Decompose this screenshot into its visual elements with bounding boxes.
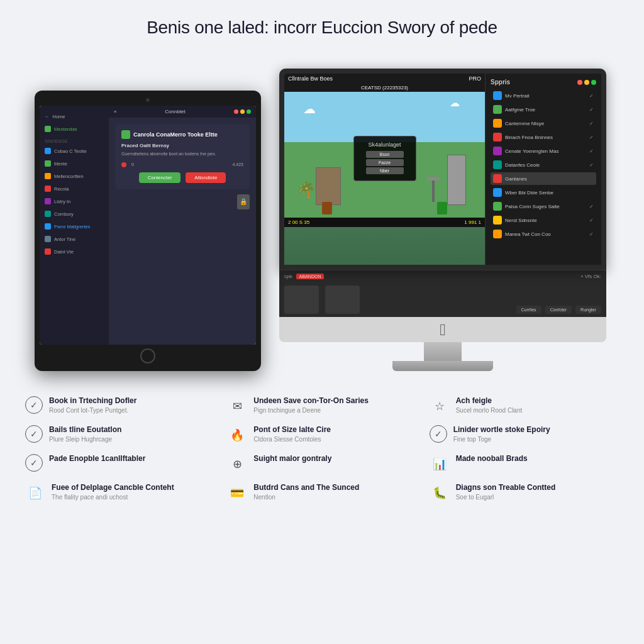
ipad-close-btn[interactable]: [234, 109, 238, 114]
feature-item: ✓Pade Enopble 1canllftabler: [25, 454, 214, 474]
tab-confcter[interactable]: Confcter: [545, 306, 572, 314]
imac-action-badge: ABANDON: [296, 274, 325, 279]
feature-title: Ach feigle: [456, 396, 619, 405]
feature-item: 🔥Pont of Size lalte CireCldora Slesse Co…: [227, 425, 416, 445]
imac-sidebar-items: Mv Pertrait✓Aatfgme Troe✓Canternme Ntsye…: [491, 89, 596, 240]
ipad-nav-item[interactable]: Mellencorttien: [40, 170, 109, 182]
ipad-confirm-button[interactable]: Attondlote: [186, 172, 226, 183]
imac-sidebar-item[interactable]: Gantanes: [491, 172, 596, 185]
ipad-cancel-button[interactable]: Conlencter: [139, 172, 181, 183]
game-dialog-title: Sk4alunlaget: [362, 142, 408, 148]
feature-desc: Pign tnchingue a Deene: [253, 406, 416, 414]
feature-title: Pade Enopble 1canllftabler: [49, 454, 214, 463]
ipad-nav-item-icon: [45, 186, 51, 192]
imac-sidebar-item[interactable]: Binach Fnoa Bninnes✓: [491, 131, 596, 143]
ipad-nav-item[interactable]: Antor Tine: [40, 233, 109, 245]
nav-mentenible-icon: [45, 126, 51, 132]
feature-check-icon: ✓: [430, 425, 447, 443]
imac-sidebar-item[interactable]: Manea Twt Con Coo✓: [491, 228, 596, 240]
game-hud-left: 2 00 S 35: [288, 219, 309, 225]
feature-item: ⊕Suight malor gontraly: [227, 454, 416, 474]
ipad-camera: [146, 98, 150, 102]
devices-section: Cllntrale Bw Boes PRO CEATSD (22235323) …: [0, 50, 644, 384]
game-building-1: [316, 167, 341, 205]
game-character-2: [437, 202, 447, 214]
feature-icon: ☆: [430, 396, 450, 416]
sidebar-item-label: Mv Pertrait: [505, 93, 586, 99]
imac-sidebar-item[interactable]: Canternme Ntsye✓: [491, 117, 596, 130]
game-score: CEATSD (22235323): [284, 84, 485, 92]
ipad-modal-body: Guerrafartens abomvite boot an tostens t…: [121, 151, 243, 157]
feature-desc: Nentlon: [253, 493, 416, 501]
tab-currlles[interactable]: Currlles: [516, 306, 541, 314]
ipad-nav-back[interactable]: ← Home: [40, 111, 109, 123]
imac-screen: Cllntrale Bw Boes PRO CEATSD (22235323) …: [279, 69, 606, 270]
imac-sidebar-item[interactable]: Palsa Conn Suges Salte✓: [491, 200, 596, 213]
game-hud: 2 00 S 35 1 991 1: [284, 218, 485, 227]
imac-stand-base: [392, 361, 493, 371]
imac-thumbnail-1: [284, 286, 319, 314]
sidebar-item-check-icon: ✓: [589, 218, 594, 223]
imac-sidebar-item[interactable]: Nerst Sdnsnte✓: [491, 214, 596, 226]
game-dialog-btn2[interactable]: Fazze: [366, 159, 404, 166]
feature-title: Undeen Save con-Tor-On Saries: [253, 396, 416, 405]
sidebar-item-icon: [493, 160, 502, 169]
ipad-nav-item-label: Cornbury: [54, 211, 74, 217]
feature-text-group: Fuee of Delplage Cancble ContehtThe flal…: [52, 483, 214, 501]
maximize-btn[interactable]: [591, 80, 596, 85]
imac-sidebar-item[interactable]: Aatfgme Troe✓: [491, 103, 596, 116]
tab-rungter[interactable]: Rungter: [575, 306, 601, 314]
feature-text-group: Book in Trteching DoflerRood Cont lot-Ty…: [49, 396, 214, 414]
ipad-content-area: Canrola ConaMerro Tooke Eltte Praced Oal…: [109, 118, 256, 345]
ipad-device: ← Home Mentenible Sindenge Cobao C Teolt…: [35, 91, 261, 371]
game-content: ☁ ☁ 🌴 Sk4alunlaget: [284, 92, 485, 218]
feature-item: ✓Linider wortle stoke EpoiryFine top Tog…: [430, 425, 619, 445]
feature-text-group: Linider wortle stoke EpoiryFine top Toge: [453, 425, 619, 443]
feature-item: ☆Ach feigleSucel morlo Rood Clant: [430, 396, 619, 416]
feature-title: Bails tline Eoutatlon: [49, 425, 214, 434]
ipad-nav-item[interactable]: Recola: [40, 182, 109, 195]
imac-sidebar-item[interactable]: Cenate Yoenmgten Mas✓: [491, 145, 596, 157]
ipad-topbar: ≡ Connbtet: [109, 106, 256, 118]
feature-title: Made nooball Brads: [456, 454, 619, 463]
imac-device: Cllntrale Bw Boes PRO CEATSD (22235323) …: [279, 69, 606, 371]
imac-sidebar-item[interactable]: Datanfes Ceole✓: [491, 158, 596, 171]
imac-sidebar-item[interactable]: Wber Bbi Dble Senbe: [491, 186, 596, 199]
feature-item: 🐛Diagns son Treable ConttedSoe to Eugarl: [430, 483, 619, 503]
imac-sidebar-item[interactable]: Mv Pertrait✓: [491, 89, 596, 102]
ipad-nav-item[interactable]: Dalnt Vte: [40, 245, 109, 258]
feature-text-group: Undeen Save con-Tor-On SariesPign tnchin…: [253, 396, 416, 414]
ipad-nav-item-label: Listry In: [54, 199, 70, 204]
ipad-home-button[interactable]: [140, 348, 155, 364]
ipad-minimize-btn[interactable]: [240, 109, 245, 114]
sidebar-item-check-icon: ✓: [589, 231, 594, 237]
sidebar-item-check-icon: ✓: [589, 204, 594, 209]
ipad-nav-item[interactable]: Cobao C Teolte: [40, 145, 109, 157]
feature-text-group: Bails tline EoutatlonPlure Sleip Hughrca…: [49, 425, 214, 443]
feature-desc: Cldora Slesse Comtoles: [253, 435, 416, 443]
ipad-nav-item-label: Mellencorttien: [54, 174, 84, 179]
ipad-nav-item-label: Antor Tine: [54, 236, 75, 242]
features-section: ✓Book in Trteching DoflerRood Cont lot-T…: [0, 384, 644, 509]
minimize-btn[interactable]: [584, 80, 589, 85]
ipad-topbar-title: Connbtet: [165, 109, 185, 114]
close-btn[interactable]: [577, 80, 582, 85]
game-dialog: Sk4alunlaget Bssn Fazze Nber: [353, 136, 416, 181]
game-dialog-btn1[interactable]: Bssn: [366, 151, 404, 158]
ipad-nav-item-label: Mente: [54, 161, 67, 167]
ipad-nav-item[interactable]: Parre Mallgrertes: [40, 220, 109, 233]
game-dialog-btn3[interactable]: Nber: [366, 167, 404, 174]
ipad-maximize-btn[interactable]: [247, 109, 251, 114]
ipad-main-content: ≡ Connbtet Canrola ConaMerro Tooke: [109, 106, 256, 345]
feature-text-group: Diagns son Treable ConttedSoe to Eugarl: [456, 483, 619, 501]
feature-icon: ⊕: [227, 454, 247, 474]
ipad-nav-item[interactable]: Cornbury: [40, 208, 109, 220]
sidebar-item-icon: [493, 147, 502, 155]
sidebar-item-icon: [493, 174, 502, 183]
game-header: Cllntrale Bw Boes PRO: [284, 74, 485, 84]
ipad-nav-item[interactable]: Listry In: [40, 195, 109, 208]
stat-value: 4.423: [232, 162, 243, 167]
ipad-lock-area: 🔒: [115, 194, 250, 209]
ipad-nav-item[interactable]: Mente: [40, 157, 109, 170]
ipad-nav-mentenible[interactable]: Mentenible: [40, 123, 109, 135]
